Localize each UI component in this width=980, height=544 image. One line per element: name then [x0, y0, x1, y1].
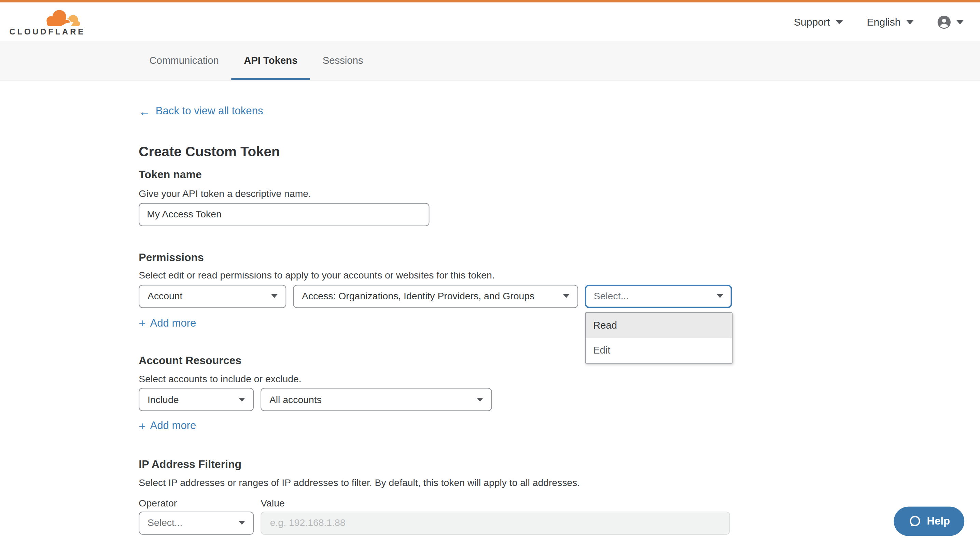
permission-group-value: Access: Organizations, Identity Provider…: [302, 290, 535, 302]
account-resources-add-more-link[interactable]: + Add more: [138, 420, 196, 432]
permissions-add-more-label: Add more: [150, 317, 196, 330]
account-mode-select[interactable]: Include: [138, 388, 254, 411]
header-right: Support English: [794, 15, 964, 29]
permission-level-select[interactable]: Select...: [585, 285, 732, 308]
language-menu[interactable]: English: [867, 16, 914, 28]
ip-filtering-row: Select...: [138, 511, 980, 534]
main-content: ← Back to view all tokens Create Custom …: [0, 81, 980, 534]
account-resources-description: Select accounts to include or exclude.: [138, 373, 980, 385]
avatar-icon: [938, 15, 951, 29]
permission-level-menu: Read Edit: [585, 312, 732, 363]
cloudflare-logo[interactable]: CLOUDFLARE: [9, 8, 85, 35]
token-name-input[interactable]: [138, 203, 429, 226]
permissions-row: Account Access: Organizations, Identity …: [138, 285, 980, 308]
token-name-description: Give your API token a descriptive name.: [138, 187, 980, 199]
chevron-down-icon: [956, 20, 964, 24]
account-mode-value: Include: [148, 394, 178, 405]
help-button[interactable]: Help: [894, 506, 964, 536]
chevron-down-icon: [239, 398, 245, 401]
ip-filtering-labels: Operator Value: [138, 497, 980, 509]
account-resources-add-more-label: Add more: [150, 420, 196, 432]
permissions-description: Select edit or read permissions to apply…: [138, 269, 980, 281]
account-resources-row: Include All accounts: [138, 388, 980, 411]
token-name-heading: Token name: [138, 168, 980, 181]
chevron-down-icon: [477, 398, 483, 401]
ip-filtering-heading: IP Address Filtering: [138, 458, 980, 471]
page-title: Create Custom Token: [138, 143, 980, 160]
chevron-down-icon: [906, 20, 914, 24]
ip-operator-value: Select...: [148, 517, 183, 529]
permissions-heading: Permissions: [138, 251, 980, 264]
menu-option-read[interactable]: Read: [585, 312, 732, 338]
chevron-down-icon: [239, 521, 245, 525]
back-link[interactable]: ← Back to view all tokens: [138, 105, 263, 117]
chevron-down-icon: [271, 294, 277, 298]
plus-icon: +: [138, 421, 145, 431]
ip-operator-select[interactable]: Select...: [138, 511, 254, 534]
chevron-down-icon: [563, 294, 569, 298]
support-menu[interactable]: Support: [794, 16, 843, 28]
cloudflare-cloud-icon: [45, 8, 81, 27]
brand-accent-bar: [0, 0, 980, 2]
back-arrow-icon: ←: [138, 106, 151, 116]
tab-bar: Communication API Tokens Sessions: [0, 41, 980, 81]
chevron-down-icon: [717, 294, 723, 298]
cloudflare-logo-text: CLOUDFLARE: [9, 28, 85, 35]
permission-scope-value: Account: [148, 290, 183, 302]
plus-icon: +: [138, 318, 145, 329]
chat-bubble-icon: [908, 515, 921, 528]
operator-label: Operator: [138, 497, 261, 509]
permission-level-value: Select...: [594, 290, 629, 302]
language-menu-label: English: [867, 16, 900, 28]
account-resources-heading: Account Resources: [138, 354, 980, 367]
value-label: Value: [261, 497, 285, 509]
permission-group-select[interactable]: Access: Organizations, Identity Provider…: [293, 285, 578, 308]
accounts-value: All accounts: [269, 394, 322, 405]
chevron-down-icon: [835, 20, 843, 24]
ip-value-input[interactable]: [261, 511, 730, 534]
support-menu-label: Support: [794, 16, 830, 28]
menu-option-edit[interactable]: Edit: [585, 338, 732, 362]
ip-filtering-description: Select IP addresses or ranges of IP addr…: [138, 476, 980, 488]
help-button-label: Help: [927, 515, 950, 528]
account-menu[interactable]: [938, 15, 964, 29]
back-link-label: Back to view all tokens: [156, 105, 263, 117]
header: CLOUDFLARE Support English: [0, 2, 980, 41]
accounts-select[interactable]: All accounts: [261, 388, 492, 411]
tab-api-tokens[interactable]: API Tokens: [232, 41, 310, 80]
tab-communication[interactable]: Communication: [137, 41, 232, 80]
permissions-add-more-link[interactable]: + Add more: [138, 317, 196, 330]
permission-scope-select[interactable]: Account: [138, 285, 286, 308]
tab-sessions[interactable]: Sessions: [310, 41, 375, 80]
